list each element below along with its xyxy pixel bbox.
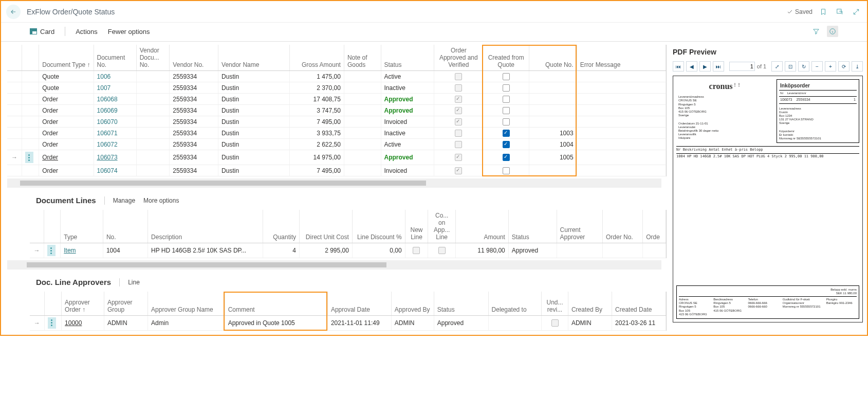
row-menu-button[interactable]: [48, 317, 56, 329]
approvers-table[interactable]: Approver Order ↑ Approver Group Approver…: [30, 292, 666, 331]
col-appr-delegated[interactable]: Delegated to: [488, 292, 542, 315]
col-appr-und[interactable]: Und... revi...: [542, 292, 568, 315]
cfq-checkbox[interactable]: [503, 73, 510, 80]
col-appr-by[interactable]: Approved By: [391, 292, 434, 315]
actions-menu[interactable]: Actions: [76, 28, 98, 35]
filter-icon[interactable]: [810, 26, 822, 37]
order-row[interactable]: Quote 1007 2559334 Dustin 2 370,00 Inact…: [7, 82, 666, 94]
cell-doc-no[interactable]: 106071: [97, 130, 118, 137]
col-duc[interactable]: Direct Unit Cost: [300, 210, 353, 243]
col-appr-group[interactable]: Approver Group: [104, 292, 147, 315]
col-ordel[interactable]: Orde: [643, 210, 666, 243]
col-appr-comment[interactable]: Comment: [225, 292, 327, 315]
pdf-refresh-icon[interactable]: ⟳: [838, 61, 849, 71]
order-row[interactable]: Order 106070 2559334 Dustin 7 495,00 Inv…: [7, 116, 666, 128]
col-curr-appr[interactable]: Current Approver: [557, 210, 602, 243]
bookmark-icon[interactable]: [818, 6, 829, 17]
pdf-zoom-actual-icon[interactable]: ⊡: [785, 61, 796, 71]
pdf-zoom-in-icon[interactable]: +: [825, 61, 836, 71]
approvers-line[interactable]: Line: [128, 279, 140, 286]
cell-doc-no[interactable]: 106072: [97, 141, 118, 148]
pdf-first-page-icon[interactable]: ⏮: [673, 61, 684, 71]
cell-doc-no[interactable]: 106069: [97, 107, 118, 114]
order-row[interactable]: Order 106069 2559334 Dustin 3 747,50 App…: [7, 105, 666, 116]
order-row[interactable]: Order 106072 2559334 Dustin 2 622,50 Act…: [7, 139, 666, 150]
cell-doc-no[interactable]: 1007: [97, 84, 111, 92]
col-appr-status[interactable]: Status: [434, 292, 488, 315]
order-row[interactable]: → Order 106073 2559334 Dustin 14 975,00 …: [7, 150, 666, 165]
col-no[interactable]: No.: [103, 210, 147, 243]
pdf-download-icon[interactable]: ⤓: [852, 61, 863, 71]
order-row[interactable]: Quote 1006 2559334 Dustin 1 475,00 Activ…: [7, 71, 666, 82]
order-row[interactable]: Order 106074 2559334 Dustin 7 495,00 Inv…: [7, 165, 666, 176]
cell-doc-no[interactable]: 106070: [97, 118, 118, 125]
cell-doc-no[interactable]: 1006: [97, 73, 111, 80]
pdf-next-page-icon[interactable]: ▶: [699, 61, 711, 71]
back-button[interactable]: [6, 5, 21, 19]
h-scroll-2[interactable]: [7, 260, 661, 270]
pdf-zoom-out-icon[interactable]: −: [811, 61, 823, 71]
cfq-checkbox[interactable]: [503, 118, 510, 125]
detach-icon[interactable]: [834, 6, 845, 17]
pdf-prev-page-icon[interactable]: ◀: [686, 61, 697, 71]
col-appr-order[interactable]: Approver Order ↑: [62, 292, 104, 315]
doc-line-row[interactable]: → Item 1004 HP HD 146GB 2.5# 10K SAS DP.…: [30, 243, 666, 258]
col-type[interactable]: Type: [61, 210, 103, 243]
cell-doc-no[interactable]: 106073: [97, 154, 118, 161]
doc-lines-table[interactable]: Type No. Description Quantity Direct Uni…: [30, 210, 666, 258]
order-row[interactable]: Order 106071 2559334 Dustin 3 933,75 Ina…: [7, 128, 666, 139]
col-status[interactable]: Status: [381, 45, 434, 71]
cell-type[interactable]: Item: [64, 247, 76, 254]
col-appr-created-by[interactable]: Created By: [568, 292, 612, 315]
col-vendor-no[interactable]: Vendor No.: [170, 45, 218, 71]
orders-table[interactable]: Document Type ↑ Document No. Vendor Docu…: [7, 45, 666, 176]
h-scroll[interactable]: [7, 178, 661, 188]
col-coapp[interactable]: Co... on App... Line: [428, 210, 456, 243]
row-menu-button[interactable]: [25, 152, 33, 163]
doc-lines-manage[interactable]: Manage: [113, 197, 135, 204]
pdf-rotate-icon[interactable]: ↻: [798, 61, 809, 71]
col-amount[interactable]: Amount: [455, 210, 508, 243]
col-order-approved-verified[interactable]: Order Approved and Verified: [434, 45, 483, 71]
cfq-checkbox[interactable]: [503, 96, 510, 103]
view-card-button[interactable]: Card: [30, 28, 54, 35]
approver-row[interactable]: → 10000 ADMIN Admin Approved in Quote 10…: [30, 315, 666, 330]
pdf-document[interactable]: cronus⋮⋮ Leverantörsadress CRONUS SE Rin…: [673, 76, 863, 322]
fewer-options[interactable]: Fewer options: [108, 28, 150, 35]
col-appr-date[interactable]: Approval Date: [327, 292, 391, 315]
col-doc-no[interactable]: Document No.: [94, 45, 136, 71]
col-quote-no[interactable]: Quote No.: [529, 45, 577, 71]
doc-lines-more[interactable]: More options: [143, 197, 179, 204]
col-quantity[interactable]: Quantity: [263, 210, 300, 243]
info-pane-icon[interactable]: [827, 26, 838, 37]
cfq-checkbox[interactable]: [503, 154, 510, 161]
col-appr-created-date[interactable]: Created Date: [612, 292, 666, 315]
row-menu-button[interactable]: [47, 245, 56, 256]
cfq-checkbox[interactable]: [503, 130, 510, 137]
cfq-checkbox[interactable]: [503, 141, 510, 148]
cell-doc-no[interactable]: 106068: [97, 96, 118, 103]
col-created-from-quote[interactable]: Created from Quote: [483, 45, 529, 71]
order-row[interactable]: Order 106068 2559334 Dustin 17 408,75 Ap…: [7, 94, 666, 105]
col-dl-status[interactable]: Status: [508, 210, 557, 243]
col-vendor-docu-no[interactable]: Vendor Docu... No.: [136, 45, 170, 71]
col-error-message[interactable]: Error Message: [577, 45, 666, 71]
col-newline[interactable]: New Line: [405, 210, 428, 243]
col-vendor-name[interactable]: Vendor Name: [218, 45, 290, 71]
cfq-checkbox[interactable]: [503, 107, 510, 114]
cell-doc-no[interactable]: 106074: [97, 167, 118, 174]
cfq-checkbox[interactable]: [503, 84, 510, 92]
collapse-icon[interactable]: [851, 6, 862, 17]
cell-appr-order[interactable]: 10000: [65, 319, 82, 327]
col-order-no[interactable]: Order No.: [602, 210, 642, 243]
pdf-page-input[interactable]: [729, 62, 755, 71]
col-description[interactable]: Description: [148, 210, 263, 243]
col-gross-amount[interactable]: Gross Amount: [289, 45, 344, 71]
col-note-goods[interactable]: Note of Goods: [344, 45, 381, 71]
pdf-last-page-icon[interactable]: ⏭: [713, 61, 724, 71]
col-doc-type[interactable]: Document Type ↑: [39, 45, 94, 71]
col-appr-group-name[interactable]: Approver Group Name: [148, 292, 225, 315]
pdf-zoom-fit-icon[interactable]: ⤢: [771, 61, 783, 71]
cfq-checkbox[interactable]: [503, 167, 510, 174]
col-disc[interactable]: Line Discount %: [352, 210, 405, 243]
